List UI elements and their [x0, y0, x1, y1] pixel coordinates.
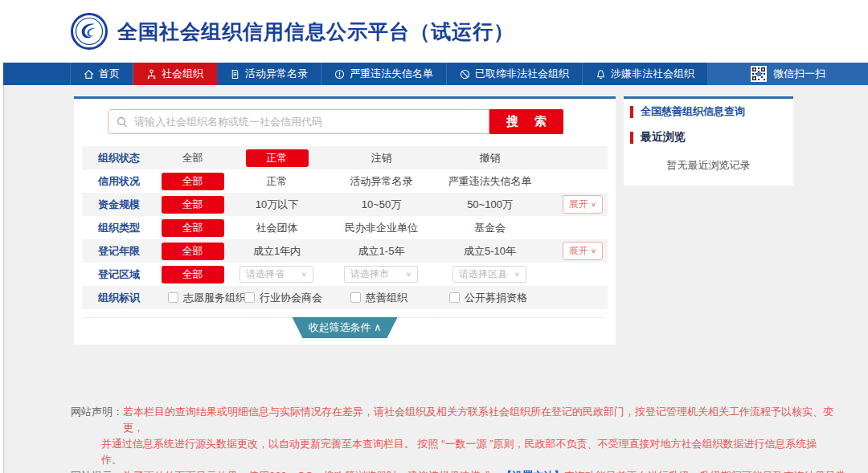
- sidebar-link-label: 全国慈善组织信息查询: [641, 104, 745, 119]
- warning-circle-icon: [334, 69, 345, 80]
- nav-item-label: 首页: [99, 67, 120, 81]
- settings-method-link[interactable]: 【设置方法】: [502, 468, 564, 473]
- checkbox-charity-org[interactable]: 慈善组织: [350, 286, 407, 309]
- checkbox-industry-assoc[interactable]: 行业协会商会: [244, 286, 322, 309]
- checkbox-public-fundraising[interactable]: 公开募捐资格: [449, 286, 527, 309]
- nav-item-label: 已取缔非法社会组织: [475, 67, 569, 81]
- chevron-down-icon: ∨: [301, 271, 307, 278]
- collapse-filters-button[interactable]: 收起筛选条件 ∧: [292, 317, 397, 338]
- filter-label: 组织标识: [82, 291, 154, 305]
- red-bar-icon: [630, 132, 633, 144]
- filter-option[interactable]: 成立1年内: [253, 244, 301, 259]
- filter-row-org-status: 组织状态 全部 正常 注销 撤销: [82, 146, 608, 169]
- wechat-scan-label: 微信扫一扫: [773, 67, 825, 81]
- filter-rows: 组织状态 全部 正常 注销 撤销 信用状况 全部 正常 活动异常名录 严重违法失…: [82, 146, 608, 309]
- site-tip-line: 网站提示： 为了更佳的页面显示效果，使用360、QQ、搜狗等浏览器时，建议选择极…: [71, 468, 852, 473]
- nav-item-label: 严重违法失信名单: [350, 67, 433, 81]
- filter-option[interactable]: 注销: [371, 151, 392, 165]
- checkbox-icon: [449, 292, 460, 303]
- filter-option[interactable]: 10万以下: [256, 198, 298, 212]
- nav-item-dishonest-list[interactable]: 严重违法失信名单: [321, 63, 447, 85]
- chevron-down-icon: ∨: [591, 247, 596, 255]
- site-logo-icon: [71, 13, 108, 50]
- recent-empty-text: 暂无最近浏览记录: [624, 150, 793, 176]
- filter-label: 登记区域: [82, 267, 154, 282]
- filter-row-org-tags: 组织标识 志愿服务组织 行业协会商会 慈善组织 公开募捐资格: [82, 286, 608, 309]
- bell-icon: [596, 69, 606, 80]
- main-content: 搜 索 组织状态 全部 正常 注销 撤销 信用状况 全部 正常 活动异常名录 严…: [74, 96, 868, 345]
- qr-code-icon: [751, 66, 767, 82]
- nav-item-home[interactable]: 首页: [71, 63, 133, 85]
- statement-label: 网站声明：: [71, 404, 123, 436]
- nav-item-label: 社会组织: [162, 67, 203, 81]
- filter-row-org-type: 组织类型 全部 社会团体 民办非企业单位 基金会: [82, 216, 608, 239]
- filter-row-reg-years: 登记年限 全部 成立1年内 成立1-5年 成立5-10年 展开∨: [82, 239, 608, 263]
- chevron-down-icon: ∨: [514, 271, 520, 278]
- filter-row-fund-scale: 资金规模 全部 10万以下 10~50万 50~100万 展开∨: [82, 193, 608, 216]
- filter-option[interactable]: 正常: [267, 174, 288, 189]
- sidebar-recent-title: 最近浏览: [624, 124, 793, 150]
- sidebar: 全国慈善组织信息查询 最近浏览 暂无最近浏览记录: [624, 96, 793, 186]
- expand-button[interactable]: 展开∨: [563, 242, 603, 260]
- city-select[interactable]: 请选择市∨: [344, 266, 418, 283]
- ban-icon: [460, 69, 470, 80]
- district-select[interactable]: 请选择区县∨: [452, 266, 526, 283]
- page-title: 全国社会组织信用信息公示平台（试运行）: [117, 18, 514, 45]
- sidebar-section-label: 最近浏览: [641, 130, 686, 145]
- filter-option-selected[interactable]: 全部: [162, 219, 224, 237]
- search-filter-panel: 搜 索 组织状态 全部 正常 注销 撤销 信用状况 全部 正常 活动异常名录 严…: [74, 96, 616, 345]
- filter-option[interactable]: 50~100万: [467, 198, 513, 212]
- nav-item-banned-orgs[interactable]: 已取缔非法社会组织: [447, 63, 583, 85]
- filter-label: 组织状态: [82, 151, 154, 165]
- nav-item-suspected-orgs[interactable]: 涉嫌非法社会组织: [583, 63, 708, 85]
- nav-item-social-orgs[interactable]: 社会组织: [133, 63, 217, 85]
- search-icon: [117, 116, 128, 128]
- main-nav: 首页 社会组织 活动异常名录 严重违法失信名单 已取缔非法社会组织 涉嫌非法社会…: [3, 63, 868, 85]
- filter-option[interactable]: 严重违法失信名单: [448, 174, 532, 189]
- checkbox-icon: [350, 292, 361, 303]
- search-input[interactable]: [134, 116, 481, 128]
- filter-option[interactable]: 全部: [182, 151, 203, 165]
- filter-label: 登记年限: [82, 244, 154, 259]
- filter-option-selected[interactable]: 全部: [162, 266, 224, 283]
- province-select[interactable]: 请选择省∨: [240, 266, 313, 283]
- filter-row-credit-status: 信用状况 全部 正常 活动异常名录 严重违法失信名单: [82, 169, 608, 193]
- filter-option-selected[interactable]: 全部: [162, 173, 224, 190]
- chevron-down-icon: ∨: [591, 201, 596, 208]
- checkbox-icon: [244, 292, 255, 303]
- search-box: [108, 109, 489, 134]
- sidebar-charity-query-link[interactable]: 全国慈善组织信息查询: [624, 99, 793, 124]
- document-icon: [230, 69, 240, 80]
- checkbox-icon: [168, 292, 178, 303]
- filter-option[interactable]: 活动异常名录: [350, 174, 413, 189]
- org-chart-icon: [146, 69, 157, 80]
- chevron-down-icon: ∨: [406, 271, 411, 278]
- filter-option[interactable]: 成立5-10年: [464, 244, 516, 259]
- search-button[interactable]: 搜 索: [489, 109, 563, 134]
- nav-item-abnormal-list[interactable]: 活动异常名录: [217, 63, 321, 85]
- nav-spacer: [3, 63, 71, 85]
- red-bar-icon: [630, 106, 633, 118]
- filter-row-reg-region: 登记区域 全部 请选择省∨ 请选择市∨ 请选择区县∨: [82, 263, 608, 286]
- filter-option[interactable]: 10~50万: [362, 198, 402, 212]
- nav-item-label: 活动异常名录: [245, 67, 308, 81]
- checkbox-volunteer-org[interactable]: 志愿服务组织: [168, 286, 246, 309]
- site-statement-line3: 作。: [101, 452, 852, 468]
- filter-option[interactable]: 撤销: [480, 151, 501, 165]
- filter-option-selected[interactable]: 正常: [246, 149, 309, 167]
- filter-option[interactable]: 民办非企业单位: [345, 221, 418, 235]
- filter-option-selected[interactable]: 全部: [162, 196, 224, 214]
- search-row: 搜 索: [108, 109, 563, 134]
- home-icon: [84, 69, 94, 80]
- nav-item-label: 涉嫌非法社会组织: [611, 67, 694, 81]
- filter-option[interactable]: 成立1-5年: [358, 244, 405, 259]
- site-statement-line2: 并通过信息系统进行源头数据更改，以自动更新完善至本查询栏目。 按照 “一数一源 …: [101, 436, 852, 452]
- wechat-scan[interactable]: 微信扫一扫: [708, 63, 868, 85]
- footer-notices: 网站声明： 若本栏目的查询结果或明细信息与实际情况存在差异，请社会组织及相关方联…: [71, 404, 852, 473]
- page: 全国社会组织信用信息公示平台（试运行） 首页 社会组织 活动异常名录 严重违法失…: [0, 0, 868, 473]
- filter-option[interactable]: 基金会: [474, 221, 506, 235]
- filter-option-selected[interactable]: 全部: [162, 243, 224, 260]
- filter-label: 资金规模: [82, 198, 154, 212]
- expand-button[interactable]: 展开∨: [563, 195, 603, 214]
- filter-option[interactable]: 社会团体: [256, 221, 298, 235]
